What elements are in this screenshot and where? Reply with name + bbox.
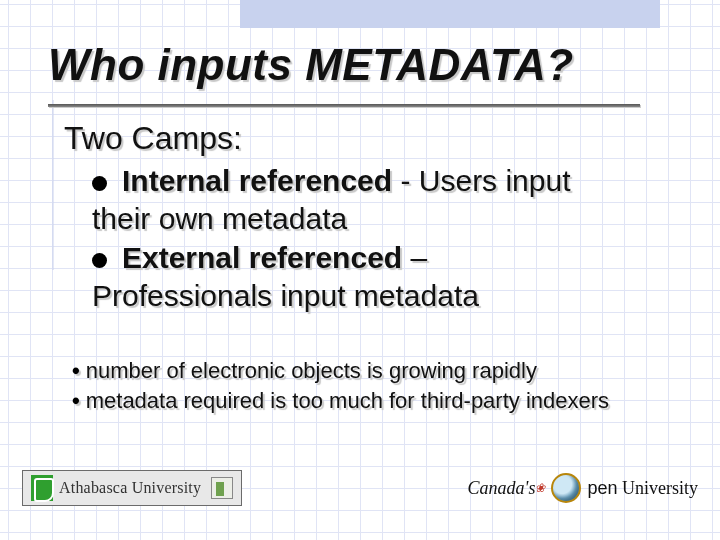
athabasca-logo: Athabasca University [22, 470, 242, 506]
footer: Athabasca University Canada's❀ pen Unive… [22, 466, 698, 510]
bullet-sep: - [392, 164, 419, 197]
athabasca-square-icon [211, 477, 233, 499]
globe-icon [551, 473, 581, 503]
bullet-continuation: their own metadata [92, 200, 676, 238]
sub-bullet-text: number of electronic objects is growing … [86, 358, 537, 383]
bullet-sep: – [402, 241, 427, 274]
maple-leaf-icon: ❀ [535, 481, 545, 495]
bullet-bold: Internal referenced [122, 164, 392, 197]
sub-bullet-text: metadata required is too much for third-… [86, 388, 609, 413]
top-accent-bar [240, 0, 660, 28]
canada-open-university-logo: Canada's❀ pen University [468, 473, 698, 503]
title-underline [48, 104, 640, 107]
bullet-dot-icon [92, 176, 107, 191]
bullet-item: External referenced – [92, 239, 676, 277]
sub-bullet: •metadata required is too much for third… [72, 386, 672, 416]
sub-heading: Two Camps: [64, 120, 242, 157]
athabasca-crest-icon [31, 475, 53, 501]
cou-right-text: pen University [587, 478, 698, 499]
sub-bullet-dot-icon: • [72, 358, 80, 383]
sub-bullet-dot-icon: • [72, 388, 80, 413]
bullet-rest: Users input [419, 164, 571, 197]
cou-left-text: Canada's❀ [468, 478, 546, 499]
athabasca-text: Athabasca University [59, 479, 201, 497]
bullet-dot-icon [92, 253, 107, 268]
body-content: Internal referenced - Users input their … [92, 162, 676, 316]
bullet-bold: External referenced [122, 241, 402, 274]
vertical-accent-line [52, 100, 54, 270]
sub-bullet: •number of electronic objects is growing… [72, 356, 672, 386]
bullet-continuation: Professionals input metadata [92, 277, 676, 315]
slide-title: Who inputs METADATA? [48, 40, 574, 90]
bullet-item: Internal referenced - Users input [92, 162, 676, 200]
